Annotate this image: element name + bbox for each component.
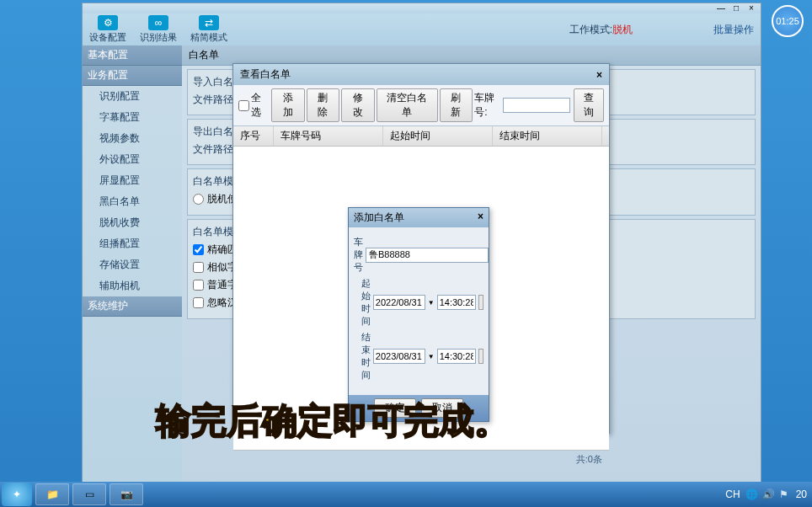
swap-icon: ⇄ (199, 15, 219, 30)
search-input[interactable] (503, 98, 570, 113)
toolbar-simple-mode[interactable]: ⇄ 精简模式 (190, 15, 227, 44)
select-all-checkbox[interactable] (238, 100, 249, 111)
sidebar-item-display[interactable]: 屏显配置 (83, 170, 182, 191)
close-icon[interactable]: × (596, 69, 602, 81)
gear-icon: ⚙ (98, 15, 118, 30)
toolbar: ⚙ 设备配置 ∞ 识别结果 ⇄ 精简模式 工作模式:脱机 批量操作 (83, 13, 761, 45)
sound-icon[interactable]: 🔊 (762, 488, 774, 500)
col-plate: 车牌号码 (274, 126, 383, 146)
language-indicator[interactable]: CH (725, 488, 740, 500)
end-time-label: 结束时间 (354, 331, 371, 382)
minimize-button[interactable]: — (715, 4, 727, 13)
toolbar-label: 设备配置 (89, 31, 126, 44)
refresh-button[interactable]: 刷新 (440, 88, 473, 122)
common-char-checkbox[interactable] (193, 280, 204, 291)
add-body: 车牌号 起始时间 ▼ 结束时间 ▼ (349, 227, 489, 390)
work-mode-label: 工作模式: (569, 24, 612, 35)
time-spinner[interactable] (478, 349, 483, 364)
offline-radio[interactable] (193, 194, 204, 205)
plate-label: 车牌号 (354, 236, 363, 274)
file-path-label: 文件路径 (193, 93, 233, 107)
toolbar-label: 识别结果 (140, 31, 177, 44)
chevron-down-icon[interactable]: ▼ (428, 299, 435, 307)
plate-input[interactable] (366, 248, 489, 263)
add-button[interactable]: 添加 (271, 88, 305, 122)
dialog-toolbar: 全选 添加 删除 修改 清空白名单 刷新 车牌号: 查询 (233, 85, 609, 126)
sidebar-header-basic[interactable]: 基本配置 (83, 45, 182, 66)
clock-text[interactable]: 20 (796, 488, 807, 500)
clear-button[interactable]: 清空白名单 (377, 88, 437, 122)
chevron-down-icon[interactable]: ▼ (428, 353, 435, 360)
col-end: 结束时间 (493, 126, 602, 146)
taskbar: ✦ 📁 ▭ 📷 CH 🌐 🔊 ⚑ 20 (0, 482, 812, 507)
maximize-button[interactable]: □ (730, 4, 742, 13)
time-spinner[interactable] (478, 295, 483, 310)
ignore-hanzi-checkbox[interactable] (193, 297, 204, 308)
loop-icon: ∞ (148, 15, 168, 30)
task-item-app[interactable]: ▭ (72, 483, 106, 505)
sidebar-item-peripheral[interactable]: 外设配置 (83, 149, 182, 170)
clock-badge: 01:25 (772, 5, 804, 37)
sidebar-item-multicast[interactable]: 组播配置 (83, 233, 182, 254)
end-date-input[interactable] (373, 349, 425, 364)
select-all-label: 全选 (251, 91, 270, 120)
close-button[interactable]: × (745, 4, 757, 13)
similar-char-checkbox[interactable] (193, 262, 204, 273)
task-item-camera[interactable]: 📷 (110, 483, 143, 505)
batch-operation-link[interactable]: 批量操作 (713, 23, 754, 37)
flag-icon[interactable]: ⚑ (779, 488, 791, 500)
add-whitelist-dialog: 添加白名单 × 车牌号 起始时间 ▼ 结束时间 ▼ 确定 取消 (348, 207, 489, 422)
work-mode: 工作模式:脱机 (569, 23, 633, 37)
start-button[interactable]: ✦ (2, 483, 32, 506)
system-tray: CH 🌐 🔊 ⚑ 20 (725, 488, 812, 500)
sidebar-item-aux-camera[interactable]: 辅助相机 (83, 275, 182, 296)
toolbar-label: 精简模式 (190, 31, 227, 44)
toolbar-device-config[interactable]: ⚙ 设备配置 (89, 15, 126, 44)
modify-button[interactable]: 修改 (341, 88, 375, 122)
delete-button[interactable]: 删除 (307, 88, 340, 122)
dialog-title: 查看白名单 (240, 67, 291, 82)
start-date-input[interactable] (373, 295, 425, 310)
sidebar-header-business[interactable]: 业务配置 (83, 66, 182, 86)
col-seq: 序号 (233, 126, 274, 146)
col-start: 起始时间 (383, 126, 493, 146)
overlay-caption: 输完后确定即可完成。 (156, 398, 510, 445)
toolbar-recognition-result[interactable]: ∞ 识别结果 (140, 15, 177, 44)
task-item-explorer[interactable]: 📁 (35, 483, 69, 505)
start-time-label: 起始时间 (354, 277, 371, 328)
search-area: 车牌号: 查询 (474, 88, 604, 122)
search-label: 车牌号: (474, 91, 499, 120)
start-time-input[interactable] (437, 295, 476, 310)
add-dialog-title: 添加白名单 (354, 211, 404, 225)
sidebar-item-offline-fee[interactable]: 脱机收费 (83, 212, 182, 233)
sidebar-item-recognition[interactable]: 识别配置 (83, 86, 182, 107)
file-path-label: 文件路径 (193, 142, 233, 157)
titlebar: — □ × (83, 3, 761, 13)
add-titlebar: 添加白名单 × (349, 208, 489, 227)
exact-match-checkbox[interactable] (193, 244, 204, 255)
sidebar-item-whitelist[interactable]: 黑白名单 (83, 191, 182, 212)
network-icon[interactable]: 🌐 (745, 488, 757, 500)
work-mode-value: 脱机 (612, 24, 633, 35)
sidebar-header-maintenance[interactable]: 系统维护 (83, 296, 182, 317)
sidebar-item-subtitle[interactable]: 字幕配置 (83, 107, 182, 128)
end-time-input[interactable] (437, 349, 476, 364)
sidebar-item-storage[interactable]: 存储设置 (83, 254, 182, 275)
status-bar: 共:0条 (233, 450, 609, 468)
close-icon[interactable]: × (478, 211, 483, 225)
sidebar-item-video[interactable]: 视频参数 (83, 128, 182, 149)
dialog-titlebar: 查看白名单 × (233, 64, 609, 85)
table-header: 序号 车牌号码 起始时间 结束时间 (233, 126, 609, 147)
search-button[interactable]: 查询 (574, 88, 604, 122)
